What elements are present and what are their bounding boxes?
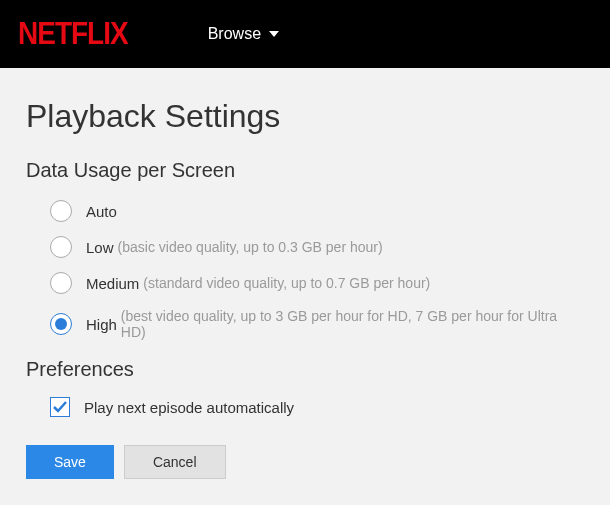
radio-label: High	[86, 316, 117, 333]
content-area: Playback Settings Data Usage per Screen …	[0, 68, 610, 505]
radio-option-low[interactable]: Low (basic video quality, up to 0.3 GB p…	[50, 236, 584, 258]
data-usage-radio-group: Auto Low (basic video quality, up to 0.3…	[50, 200, 584, 340]
radio-icon	[50, 236, 72, 258]
radio-icon	[50, 272, 72, 294]
radio-desc: (basic video quality, up to 0.3 GB per h…	[118, 239, 383, 255]
radio-icon	[50, 200, 72, 222]
page-title: Playback Settings	[26, 98, 584, 135]
browse-label: Browse	[208, 25, 261, 43]
caret-down-icon	[269, 31, 279, 37]
save-button[interactable]: Save	[26, 445, 114, 479]
cancel-button[interactable]: Cancel	[124, 445, 226, 479]
svg-marker-0	[269, 31, 279, 37]
radio-desc: (best video quality, up to 3 GB per hour…	[121, 308, 584, 340]
radio-desc: (standard video quality, up to 0.7 GB pe…	[143, 275, 430, 291]
data-usage-heading: Data Usage per Screen	[26, 159, 584, 182]
autoplay-label: Play next episode automatically	[84, 399, 294, 416]
preferences-heading: Preferences	[26, 358, 584, 381]
autoplay-checkbox[interactable]: Play next episode automatically	[50, 397, 584, 417]
radio-icon	[50, 313, 72, 335]
radio-option-auto[interactable]: Auto	[50, 200, 584, 222]
button-row: Save Cancel	[26, 445, 584, 479]
top-bar: NETFLIX Browse	[0, 0, 610, 68]
radio-option-high[interactable]: High (best video quality, up to 3 GB per…	[50, 308, 584, 340]
checkbox-icon	[50, 397, 70, 417]
radio-option-medium[interactable]: Medium (standard video quality, up to 0.…	[50, 272, 584, 294]
radio-label: Auto	[86, 203, 117, 220]
browse-menu[interactable]: Browse	[208, 25, 279, 43]
netflix-logo: NETFLIX	[18, 16, 128, 51]
radio-label: Low	[86, 239, 114, 256]
radio-label: Medium	[86, 275, 139, 292]
